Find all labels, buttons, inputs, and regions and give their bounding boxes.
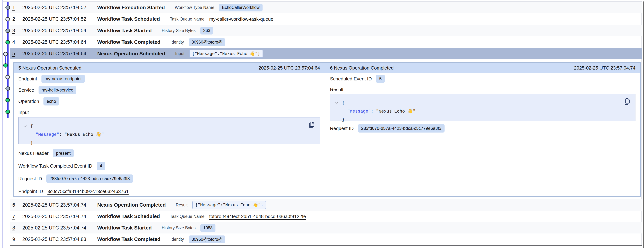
field-label: Input — [18, 110, 29, 115]
copy-button[interactable] — [307, 121, 316, 129]
json-content: { "Message": "Nexus Echo 👋" } — [30, 122, 320, 147]
event-timestamp: 2025-02-25 UTC 23:57:04.74 — [22, 214, 97, 219]
event-status-dot-8 — [6, 86, 10, 91]
field-label: Operation — [18, 99, 39, 104]
event-timestamp: 2025-02-25 UTC 23:57:04.74 — [22, 202, 97, 208]
copy-icon — [623, 97, 631, 105]
panel-title: 6 Nexus Operation Completed — [330, 65, 394, 71]
nexus-completed-panel: 6 Nexus Operation Completed 2025-02-25 U… — [325, 63, 640, 196]
panel-header: 5 Nexus Operation Scheduled 2025-02-25 U… — [14, 63, 325, 73]
event-name: Workflow Task Started — [97, 225, 152, 231]
event-attr-label: Identity — [170, 40, 184, 45]
endpoint-id-link[interactable]: 3c0c75ccfa8144b092c13ce632463761 — [48, 189, 129, 194]
json-collapse-toggle[interactable] — [335, 101, 339, 105]
result-json-viewer: { "Message": "Nexus Echo 👋" } — [330, 94, 636, 121]
field-result-label: Result — [330, 84, 636, 94]
event-id-link[interactable]: 4 — [12, 39, 22, 45]
event-timestamp: 2025-02-25 UTC 23:57:04.74 — [22, 225, 97, 231]
event-attr-label: Workflow Type Name — [175, 5, 214, 10]
event-attr-label: History Size Bytes — [162, 28, 196, 33]
field-label: Scheduled Event ID — [330, 76, 372, 82]
copy-icon — [308, 121, 316, 129]
event-attr-label: Task Queue Name — [170, 214, 204, 219]
event-attr-value-badge: 30960@totoro@ — [189, 236, 225, 243]
table-top-border — [2, 1, 642, 2]
event-id-link[interactable]: 7 — [12, 214, 22, 219]
event-attr-value-json: {"Message":"Nexus Echo 👋"} — [192, 201, 266, 209]
field-request-id: Request ID 283fd070-d57a-4423-bdca-c5c77… — [18, 172, 320, 185]
field-label: Endpoint — [18, 76, 37, 82]
field-value-badge: present — [53, 149, 74, 157]
event-id-link[interactable]: 1 — [12, 5, 22, 10]
field-label: Workflow Task Completed Event ID — [18, 163, 92, 169]
event-id-link[interactable]: 5 — [12, 51, 22, 56]
copy-button[interactable] — [623, 97, 631, 106]
field-value-badge: my-hello-service — [38, 86, 76, 94]
history-event-row[interactable]: 1 2025-02-25 UTC 23:57:04.52 Workflow Ex… — [10, 2, 642, 13]
field-service: Service my-hello-service — [18, 84, 320, 96]
history-event-row[interactable]: 8 2025-02-25 UTC 23:57:04.74 Workflow Ta… — [10, 222, 642, 234]
field-nexus-header: Nexus Header present — [18, 147, 320, 160]
field-label: Result — [330, 87, 344, 92]
field-label: Request ID — [18, 176, 42, 182]
event-timestamp: 2025-02-25 UTC 23:57:04.64 — [22, 39, 97, 45]
event-attr-label: Task Queue Name — [170, 17, 204, 22]
field-endpoint-id: Endpoint ID 3c0c75ccfa8144b092c13ce63246… — [18, 185, 320, 198]
field-label: Endpoint ID — [18, 189, 43, 194]
field-value-badge: 5 — [376, 75, 385, 83]
task-queue-link[interactable]: my-caller-workflow-task-queue — [209, 16, 274, 22]
panel-timestamp: 2025-02-25 UTC 23:57:04.64 — [258, 65, 320, 71]
event-name: Workflow Task Scheduled — [97, 214, 160, 219]
field-input-label: Input — [18, 107, 320, 117]
event-name: Workflow Task Completed — [97, 39, 160, 45]
chevron-down-icon — [335, 101, 339, 105]
event-status-dot-3 — [6, 29, 10, 33]
event-timestamp: 2025-02-25 UTC 23:57:04.52 — [22, 5, 97, 10]
history-event-row[interactable]: 4 2025-02-25 UTC 23:57:04.64 Workflow Ta… — [10, 36, 642, 48]
event-timestamp: 2025-02-25 UTC 23:57:04.83 — [22, 237, 97, 242]
field-label: Nexus Header — [18, 151, 48, 156]
nexus-scheduled-panel: 5 Nexus Operation Scheduled 2025-02-25 U… — [14, 63, 325, 196]
history-event-row[interactable]: 9 2025-02-25 UTC 23:57:04.83 Workflow Ta… — [10, 234, 642, 245]
history-event-row[interactable]: 3 2025-02-25 UTC 23:57:04.54 Workflow Ta… — [10, 25, 642, 36]
chevron-down-icon — [23, 124, 27, 128]
history-event-row[interactable]: 6 2025-02-25 UTC 23:57:04.74 Nexus Opera… — [10, 199, 642, 211]
field-scheduled-event-id: Scheduled Event ID 5 — [330, 73, 636, 84]
field-value-badge: 283fd070-d57a-4423-bdca-c5c779e6a3f3 — [46, 175, 133, 183]
event-id-link[interactable]: 3 — [12, 28, 22, 33]
history-event-row[interactable]: 7 2025-02-25 UTC 23:57:04.74 Workflow Ta… — [10, 211, 642, 222]
event-name: Workflow Task Started — [97, 28, 152, 33]
event-attr-label: Identity — [170, 237, 184, 242]
field-value-badge: 4 — [97, 162, 105, 170]
event-name: Nexus Operation Completed — [97, 202, 166, 208]
event-status-dot-1 — [6, 5, 10, 10]
event-name: Workflow Execution Started — [97, 5, 165, 10]
left-edge-line — [2, 0, 3, 248]
field-wft-completed-event-id: Workflow Task Completed Event ID 4 — [18, 160, 320, 172]
json-content: { "Message": "Nexus Echo 👋" } — [342, 99, 635, 124]
event-attr-value-badge: 363 — [200, 27, 213, 34]
history-event-row[interactable]: 2 2025-02-25 UTC 23:57:04.52 Workflow Ta… — [10, 13, 642, 25]
event-id-link[interactable]: 2 — [12, 16, 22, 22]
field-value-badge: 283fd070-d57a-4423-bdca-c5c779e6a3f3 — [358, 124, 444, 133]
event-attr-label: Result — [176, 203, 188, 208]
task-queue-link[interactable]: totoro:f494fecf-2d51-4d48-bdcd-036a0f912… — [209, 214, 306, 219]
event-id-link[interactable]: 8 — [12, 225, 22, 231]
field-label: Service — [18, 87, 34, 93]
panel-timestamp: 2025-02-25 UTC 23:57:04.74 — [574, 65, 636, 71]
event-id-link[interactable]: 9 — [12, 237, 22, 242]
event-attr-label: Input — [175, 51, 184, 56]
history-event-row-selected[interactable]: 5 2025-02-25 UTC 23:57:04.64 Nexus Opera… — [10, 48, 642, 59]
input-json-viewer: { "Message": "Nexus Echo 👋" } — [18, 117, 320, 144]
field-value-badge: my-nexus-endpoint — [42, 75, 85, 83]
scrollbar-thumb[interactable] — [643, 1, 644, 248]
json-collapse-toggle[interactable] — [23, 124, 27, 128]
event-status-dot-4 — [6, 40, 10, 44]
event-attr-value-badge: 1088 — [200, 224, 216, 232]
event-status-dot-2 — [6, 17, 10, 21]
event-id-link[interactable]: 6 — [12, 202, 22, 208]
event-timestamp: 2025-02-25 UTC 23:57:04.54 — [22, 28, 97, 33]
event-name: Nexus Operation Scheduled — [97, 51, 165, 57]
event-attr-value-json: {"Message":"Nexus Echo 👋"} — [189, 50, 263, 58]
event-name: Workflow Task Scheduled — [97, 16, 160, 22]
